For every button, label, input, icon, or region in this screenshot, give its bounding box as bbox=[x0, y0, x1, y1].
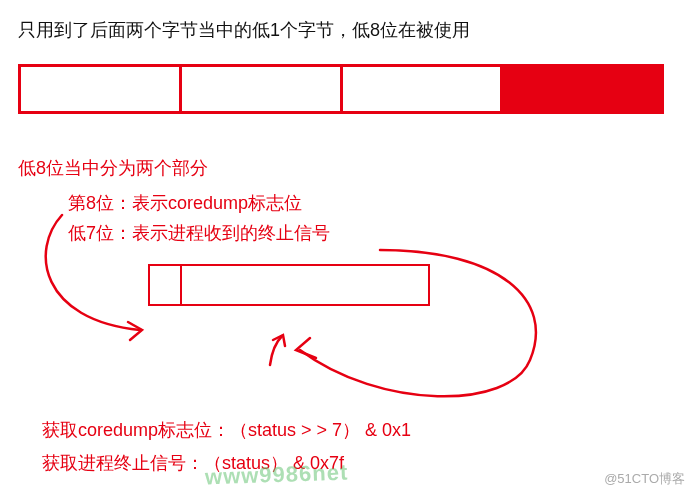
low8-heading: 低8位当中分为两个部分 bbox=[18, 156, 679, 180]
formula-signal: 获取进程终止信号：（status） & 0x7f bbox=[42, 447, 411, 480]
byte-cell-0 bbox=[21, 67, 182, 111]
byte-cell-1 bbox=[182, 67, 343, 111]
intro-text: 只用到了后面两个字节当中的低1个字节，低8位在被使用 bbox=[18, 18, 679, 42]
low8-bits-box bbox=[148, 264, 430, 306]
byte-cell-3-low8 bbox=[503, 67, 661, 111]
bit8-desc: 第8位：表示coredump标志位 bbox=[68, 188, 679, 218]
formula-coredump: 获取coredump标志位：（status > > 7） & 0x1 bbox=[42, 414, 411, 447]
bit8-cell bbox=[150, 266, 182, 304]
byte-cell-2 bbox=[343, 67, 504, 111]
low7-desc: 低7位：表示进程收到的终止信号 bbox=[68, 218, 679, 248]
bits7-cell bbox=[182, 266, 428, 304]
bytes-diagram bbox=[18, 64, 664, 114]
watermark-51cto: @51CTO博客 bbox=[604, 470, 685, 488]
